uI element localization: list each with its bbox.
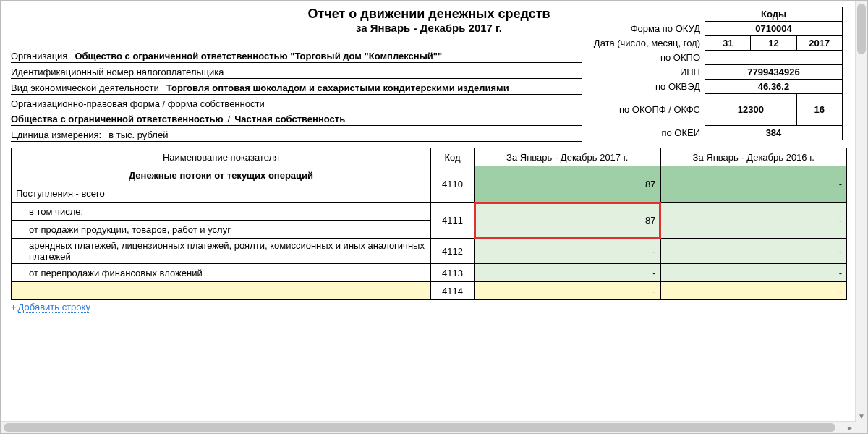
scroll-down-icon[interactable]: ▼: [856, 410, 867, 422]
okei-value: 384: [766, 127, 782, 138]
unit-label: Единица измерения:: [11, 129, 109, 140]
okved-label: по ОКВЭД: [590, 80, 705, 94]
vertical-scrollbar[interactable]: ▼: [855, 1, 867, 422]
plus-icon: +: [11, 302, 18, 312]
okfs-value: 16: [814, 104, 825, 115]
codes-panel: Коды Форма по ОКУД 0710004 Дата (число, …: [590, 7, 843, 140]
add-row-link[interactable]: +Добавить строку: [11, 302, 847, 312]
cell-code: 4113: [431, 264, 475, 282]
org-label: Организация: [11, 51, 75, 61]
cell-previous[interactable]: -: [660, 203, 847, 239]
col-code-header: Код: [431, 148, 475, 166]
okopf-value: 12300: [738, 104, 764, 115]
inn-code-label: ИНН: [590, 65, 705, 80]
col-current-header: За Январь - Декабрь 2017 г.: [475, 148, 661, 166]
table-header-row: Наименование показателя Код За Январь - …: [12, 148, 847, 166]
scroll-corner: [856, 422, 867, 433]
okud-value: 0710004: [755, 23, 792, 34]
okopf-label: по ОКОПФ / ОКФС: [590, 94, 705, 126]
org-info: Организация Общество с ограниченной отве…: [11, 37, 582, 142]
ownership-value: Частная собственность: [234, 114, 582, 124]
cell-previous[interactable]: -: [660, 264, 847, 282]
date-month: 12: [768, 38, 778, 48]
vertical-scroll-thumb[interactable]: [857, 4, 866, 54]
okei-label: по ОКЕИ: [590, 126, 705, 140]
cell-previous[interactable]: -: [660, 239, 847, 264]
activity-label: Вид экономической деятельности: [11, 82, 166, 93]
codes-header: Коды: [705, 7, 843, 22]
okpo-value: [705, 51, 843, 65]
col-name-header: Наименование показателя: [12, 148, 431, 166]
table-row: в том числе: 4111 87 -: [12, 203, 847, 221]
section-row: Денежные потоки от текущих операций 4110…: [12, 166, 847, 184]
okpo-label: по ОКПО: [590, 51, 705, 65]
unit-value: в тыс. рублей: [109, 129, 168, 140]
cell-name: в том числе:: [12, 203, 431, 221]
cell-name: от перепродажи финансовых вложений: [12, 264, 431, 282]
org-name: Общество с ограниченной ответственностью…: [75, 51, 582, 61]
table-row: арендных платежей, лицензионных платежей…: [12, 239, 847, 264]
cell-name: от продажи продукции, товаров, работ и у…: [12, 221, 431, 239]
table-row: от перепродажи финансовых вложений 4113 …: [12, 264, 847, 282]
document-viewport: Отчет о движении денежных средств за Янв…: [0, 0, 868, 434]
section-title: Денежные потоки от текущих операций: [12, 166, 431, 184]
legal-form-label: Организационно-правовая форма / форма со…: [11, 98, 272, 109]
cell-previous[interactable]: -: [660, 166, 847, 203]
table-row: 4114 - -: [12, 282, 847, 300]
cashflow-table: Наименование показателя Код За Январь - …: [11, 148, 847, 300]
add-row-label: Добавить строку: [18, 302, 90, 313]
activity-value: Торговля оптовая шоколадом и сахаристыми…: [166, 82, 582, 93]
cell-current[interactable]: -: [475, 239, 661, 264]
cell-previous[interactable]: -: [660, 282, 847, 300]
cell-name[interactable]: [12, 282, 431, 300]
cell-code: 4111: [431, 203, 475, 239]
date-day: 31: [723, 38, 733, 48]
cell-code: 4114: [431, 282, 475, 300]
document-body: Отчет о движении денежных средств за Янв…: [1, 1, 856, 422]
scroll-right-icon[interactable]: ►: [844, 422, 856, 433]
okved-value: 46.36.2: [758, 81, 789, 92]
horizontal-scroll-thumb[interactable]: [4, 423, 835, 432]
cell-code: 4112: [431, 239, 475, 264]
date-year: 2017: [809, 38, 830, 48]
date-label: Дата (число, месяц, год): [590, 36, 705, 51]
horizontal-scrollbar[interactable]: ◄ ►: [1, 421, 856, 433]
cell-current-highlighted[interactable]: 87: [475, 203, 661, 239]
col-previous-header: За Январь - Декабрь 2016 г.: [660, 148, 847, 166]
legal-form-value: Общества с ограниченной ответственностью: [11, 114, 224, 124]
cell-current[interactable]: -: [475, 264, 661, 282]
okud-label: Форма по ОКУД: [590, 22, 705, 36]
inn-value: 7799434926: [747, 67, 799, 77]
cell-current[interactable]: 87: [475, 166, 661, 203]
cell-name: Поступления - всего: [12, 184, 431, 203]
inn-label: Идентификационный номер налогоплательщик…: [11, 67, 582, 77]
cell-code: 4110: [431, 166, 475, 203]
cell-name: арендных платежей, лицензионных платежей…: [12, 239, 431, 264]
cell-current[interactable]: -: [475, 282, 661, 300]
